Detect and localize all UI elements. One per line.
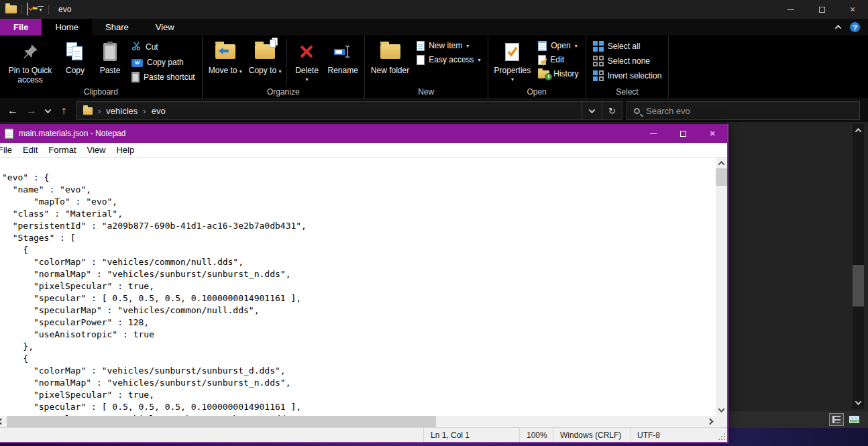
tab-file[interactable]: File bbox=[0, 19, 42, 36]
cut-button[interactable]: Cut bbox=[127, 39, 199, 56]
notepad-window: main.materials.json - Notepad × File Edi… bbox=[0, 124, 728, 443]
open-button[interactable]: Open ▾ bbox=[534, 39, 582, 53]
menu-file[interactable]: File bbox=[0, 145, 17, 155]
button-label: Open bbox=[551, 41, 570, 51]
notepad-statusbar: Ln 1, Col 1 100% Windows (CRLF) UTF-8 bbox=[0, 427, 727, 442]
copy-button[interactable]: Copy bbox=[58, 38, 93, 76]
line-ending-type: Windows (CRLF) bbox=[553, 428, 630, 442]
notepad-titlebar[interactable]: main.materials.json - Notepad × bbox=[0, 124, 727, 143]
notepad-body: "evo" : { "name" : "evo", "mapTo" : "evo… bbox=[0, 158, 727, 427]
divider bbox=[286, 39, 287, 85]
button-label: Paste bbox=[100, 66, 121, 75]
chevron-down-icon: ▾ bbox=[278, 68, 281, 74]
group-label-open: Open bbox=[488, 87, 586, 99]
edit-button[interactable]: Edit bbox=[534, 53, 582, 67]
location-folder-icon bbox=[83, 107, 93, 115]
rename-button[interactable]: Rename bbox=[324, 38, 361, 76]
tab-view[interactable]: View bbox=[142, 19, 188, 36]
select-none-button[interactable]: Select none bbox=[589, 54, 666, 68]
notepad-minimize-button[interactable] bbox=[639, 124, 668, 143]
tab-share[interactable]: Share bbox=[92, 19, 142, 36]
pin-to-quick-access-button[interactable]: Pin to Quick access bbox=[3, 38, 58, 86]
tab-home[interactable]: Home bbox=[42, 19, 92, 36]
quick-access-toolbar: ▾ bbox=[0, 3, 49, 15]
notepad-maximize-button[interactable] bbox=[668, 124, 698, 143]
address-dropdown-button[interactable] bbox=[582, 102, 602, 119]
close-button[interactable]: × bbox=[837, 0, 868, 19]
chevron-down-icon: ▾ bbox=[511, 78, 514, 82]
scroll-down-icon[interactable] bbox=[718, 406, 725, 412]
minimize-button[interactable] bbox=[775, 0, 806, 19]
new-item-button[interactable]: New item ▾ bbox=[413, 39, 484, 53]
copy-to-button[interactable]: Copy to ▾ bbox=[246, 38, 285, 76]
address-bar[interactable]: › vehicles › evo ↻ bbox=[76, 101, 622, 120]
button-label: Delete bbox=[295, 66, 319, 75]
ribbon-group-new: New folder New item ▾ Easy access ▾ bbox=[365, 36, 488, 99]
group-label-new: New bbox=[365, 87, 488, 99]
scroll-left-icon[interactable] bbox=[0, 419, 4, 425]
notepad-caption-buttons: × bbox=[639, 124, 727, 143]
paste-shortcut-button[interactable]: Paste shortcut bbox=[127, 70, 199, 85]
move-to-button[interactable]: Move to ▾ bbox=[205, 38, 246, 76]
menu-edit[interactable]: Edit bbox=[17, 145, 43, 155]
ribbon-group-open: Properties ▾ Open ▾ Edit bbox=[488, 36, 586, 99]
forward-button[interactable]: → bbox=[23, 102, 40, 119]
notepad-horizontal-scrollbar[interactable] bbox=[0, 416, 716, 427]
resize-grip[interactable] bbox=[699, 428, 727, 442]
recent-locations-button[interactable] bbox=[42, 102, 54, 119]
breadcrumb-item-evo[interactable]: evo bbox=[152, 106, 166, 116]
screen: ▾ evo × File Home Share View ? bbox=[0, 0, 868, 446]
history-icon bbox=[538, 70, 549, 78]
notepad-icon bbox=[5, 129, 13, 139]
window-title: evo bbox=[58, 5, 71, 14]
qat-customize-button[interactable]: ▾ bbox=[38, 6, 44, 13]
breadcrumb-item-vehicles[interactable]: vehicles bbox=[106, 106, 138, 116]
back-button[interactable]: ← bbox=[4, 102, 21, 119]
scroll-right-icon[interactable] bbox=[707, 419, 714, 425]
details-view-icon bbox=[832, 416, 840, 423]
button-label: Cut bbox=[146, 42, 158, 52]
history-button[interactable]: History bbox=[534, 67, 582, 81]
copy-to-icon bbox=[255, 40, 275, 63]
window-folder-icon bbox=[5, 5, 17, 13]
scroll-up-icon[interactable] bbox=[855, 128, 862, 135]
scroll-down-icon[interactable] bbox=[855, 398, 862, 405]
search-input[interactable] bbox=[646, 106, 853, 116]
copy-path-button[interactable]: W Copy path bbox=[127, 56, 199, 70]
ribbon-tabs: File Home Share View ? bbox=[0, 19, 868, 36]
search-box[interactable] bbox=[627, 101, 860, 120]
close-icon: × bbox=[710, 128, 715, 139]
maximize-button[interactable] bbox=[806, 0, 837, 19]
select-all-button[interactable]: Select all bbox=[589, 39, 666, 54]
new-folder-button[interactable]: New folder bbox=[368, 38, 413, 76]
menu-view[interactable]: View bbox=[82, 145, 111, 155]
up-button[interactable]: ↑ bbox=[55, 102, 72, 119]
refresh-button[interactable]: ↻ bbox=[602, 102, 622, 119]
menu-help[interactable]: Help bbox=[111, 145, 140, 155]
scroll-up-icon[interactable] bbox=[718, 161, 725, 168]
notepad-vertical-scrollbar[interactable] bbox=[716, 158, 727, 416]
easy-access-button[interactable]: Easy access ▾ bbox=[413, 53, 484, 67]
chevron-down-icon: ▾ bbox=[575, 44, 578, 48]
delete-button[interactable]: Delete ▾ bbox=[289, 38, 324, 83]
invert-selection-button[interactable]: Invert selection bbox=[589, 68, 666, 83]
qat-properties-button[interactable] bbox=[27, 3, 28, 15]
help-button[interactable]: ? bbox=[850, 22, 860, 32]
button-label: Pin to Quick access bbox=[6, 66, 54, 85]
properties-button[interactable]: Properties ▾ bbox=[491, 38, 535, 83]
explorer-vertical-scrollbar[interactable] bbox=[853, 124, 864, 409]
thumbnail-view-button[interactable] bbox=[847, 413, 861, 426]
scrollbar-thumb[interactable] bbox=[853, 265, 864, 306]
scrollbar-thumb[interactable] bbox=[716, 168, 727, 186]
button-label: New item bbox=[429, 41, 462, 51]
notepad-text-area[interactable]: "evo" : { "name" : "evo", "mapTo" : "evo… bbox=[0, 158, 716, 416]
paste-button[interactable]: Paste bbox=[93, 38, 127, 76]
scrollbar-thumb[interactable] bbox=[7, 416, 436, 427]
cursor-position: Ln 1, Col 1 bbox=[423, 428, 519, 442]
notepad-title: main.materials.json - Notepad bbox=[19, 129, 125, 138]
menu-format[interactable]: Format bbox=[43, 145, 81, 155]
notepad-close-button[interactable]: × bbox=[698, 124, 727, 143]
divider bbox=[48, 5, 49, 14]
collapse-ribbon-button[interactable] bbox=[835, 25, 842, 32]
details-view-button[interactable] bbox=[829, 413, 844, 426]
